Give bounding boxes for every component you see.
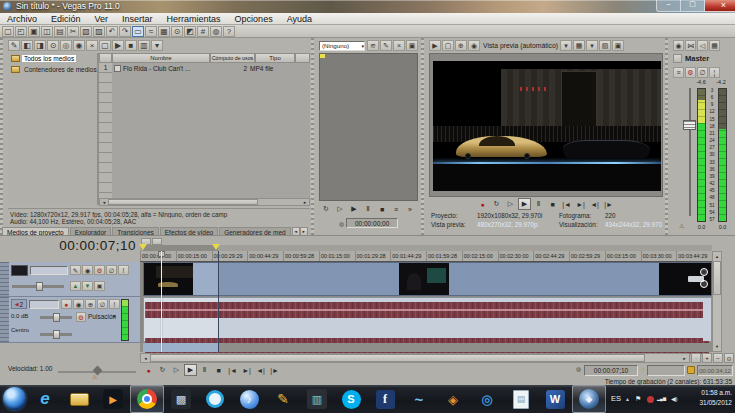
menu-item[interactable]: Edición xyxy=(44,14,88,24)
preview-quality-label[interactable]: Vista previa (automático) xyxy=(483,42,558,49)
zoom-tool-button[interactable]: ⊙ xyxy=(724,353,734,363)
tray-volume-icon[interactable]: ◀) xyxy=(671,385,678,413)
auto-crossfade-button[interactable]: ▲ xyxy=(70,281,81,291)
menu-item[interactable]: Herramientas xyxy=(160,14,228,24)
menu-item[interactable]: Opciones xyxy=(228,14,280,24)
close-media-button[interactable]: × xyxy=(393,40,405,51)
start-button[interactable] xyxy=(3,387,26,410)
taskbar-media-player-classic-button[interactable]: ▩ xyxy=(164,385,198,413)
preview-video-frame[interactable] xyxy=(433,61,661,191)
menu-item[interactable]: Ver xyxy=(88,14,116,24)
tray-clock[interactable]: 01:58 a.m. 31/05/2012 xyxy=(683,388,732,408)
loop-playback-button[interactable]: ↻ xyxy=(320,203,333,215)
taskbar-vegas-pro-button[interactable]: ◆ xyxy=(572,385,606,413)
taskbar-itunes-button[interactable]: ♪ xyxy=(232,385,266,413)
taskbar-windows-explorer-button[interactable] xyxy=(62,385,96,413)
loop-playback-button[interactable]: ↻ xyxy=(156,364,169,376)
record-button[interactable]: ● xyxy=(142,364,155,376)
mute-track-button[interactable]: ∅ xyxy=(106,265,117,275)
master-fader-handle[interactable] xyxy=(683,120,696,130)
monitor-button[interactable]: ▣ xyxy=(406,40,418,51)
event-crop-handle-icon[interactable] xyxy=(700,280,708,288)
scroll-left-arrow[interactable]: ◄ xyxy=(100,200,108,205)
loop-end-marker[interactable] xyxy=(212,244,220,250)
maximize-button[interactable]: ▢ xyxy=(681,0,705,12)
invert-phase-button[interactable]: ◉ xyxy=(73,299,84,309)
clip-warning-icon[interactable]: ⚠ xyxy=(679,222,684,229)
master-fx-button[interactable]: ⚙ xyxy=(685,67,696,78)
play-button[interactable]: ▶ xyxy=(348,203,361,215)
slider-handle[interactable] xyxy=(36,282,43,291)
video-output-fx-button[interactable]: ▶ xyxy=(429,40,441,51)
go-to-end-button[interactable]: ►| xyxy=(574,198,587,210)
pause-button[interactable]: Ⅱ xyxy=(362,203,375,215)
previous-frame-button[interactable]: ◄| xyxy=(588,198,601,210)
taskbar-internet-explorer-button[interactable]: e xyxy=(28,385,62,413)
tray-language-indicator[interactable]: ES xyxy=(608,385,624,413)
stop-button[interactable]: ■ xyxy=(212,364,225,376)
taskbar-chrome-button[interactable] xyxy=(130,385,164,413)
cd-layout-button[interactable] xyxy=(152,238,162,245)
taskbar-notepad-button[interactable]: ▤ xyxy=(504,385,538,413)
media-fx-button[interactable]: ◧ xyxy=(21,40,33,51)
capture-video-button[interactable]: ⊙ xyxy=(47,40,59,51)
save-button[interactable]: ▣ xyxy=(28,26,40,37)
video-track-header[interactable]: ✎◉⚙∅! ▲ ▼ ▣ xyxy=(0,262,140,297)
compositing-mode-button[interactable]: ▣ xyxy=(94,281,105,291)
slider-handle[interactable] xyxy=(53,330,60,339)
search-media-button[interactable]: ◉ xyxy=(73,40,85,51)
zoom-in-button[interactable]: + xyxy=(702,353,712,363)
timeline-empty-area[interactable] xyxy=(140,343,712,352)
insert-fx-button[interactable]: ≡ xyxy=(673,67,684,78)
views-button[interactable]: ▥ xyxy=(138,40,150,51)
overlay-dropdown-arrow-icon[interactable]: ▾ xyxy=(586,40,598,51)
previous-frame-button[interactable]: ◄| xyxy=(254,364,267,376)
external-monitor-button[interactable]: ▢ xyxy=(442,40,454,51)
hscroll-left-arrow[interactable]: ◄ xyxy=(141,356,150,361)
media-bin-item[interactable]: Contenedores de medios xyxy=(8,64,97,75)
taskbar-movie-maker-button[interactable]: ▥ xyxy=(300,385,334,413)
scroll-right-arrow[interactable]: ► xyxy=(301,200,309,205)
downmix-output-button[interactable]: ◉ xyxy=(673,40,684,51)
column-header-usos[interactable]: Cómputo de usos xyxy=(210,53,255,63)
media-bin-item[interactable]: Todos los medios xyxy=(8,53,97,64)
column-header-nombre[interactable]: Nombre xyxy=(112,53,210,63)
next-frame-button[interactable]: |► xyxy=(602,198,615,210)
mixer-layout-button[interactable]: ▦ xyxy=(709,40,720,51)
mute-output-button[interactable]: ◁ xyxy=(697,40,708,51)
column-header-tipo[interactable]: Tipo xyxy=(255,53,295,63)
track-fx-button[interactable]: ⚙ xyxy=(94,265,105,275)
trimmer-plugin-dropdown[interactable]: (Ninguno) ▾ xyxy=(319,41,365,51)
mode-dropdown-arrow[interactable]: ▾ xyxy=(113,313,116,319)
row-number-header[interactable] xyxy=(99,53,112,63)
stop-button[interactable]: ■ xyxy=(546,198,559,210)
copy-button[interactable]: ▧ xyxy=(80,26,92,37)
project-properties-button[interactable]: ▤ xyxy=(54,26,66,37)
redo-button[interactable]: ↷ xyxy=(119,26,131,37)
quality-swatch-button[interactable]: ◉ xyxy=(468,40,480,51)
taskbar-word-button[interactable]: W xyxy=(538,385,572,413)
pause-button[interactable]: Ⅱ xyxy=(198,364,211,376)
record-button[interactable]: ● xyxy=(476,198,489,210)
track-name-field[interactable] xyxy=(29,300,59,309)
normal-edit-tool-button[interactable]: ▭ xyxy=(132,26,144,37)
save-snapshot-button[interactable]: ▣ xyxy=(612,40,624,51)
dropdown-arrow-icon[interactable]: ▾ xyxy=(560,40,572,51)
options-button[interactable]: ≡ xyxy=(390,203,403,215)
master-grip[interactable] xyxy=(665,38,670,235)
taskbar-messenger-button[interactable]: ~ xyxy=(402,385,436,413)
close-button[interactable]: × xyxy=(705,0,735,12)
help-button[interactable]: ? xyxy=(223,26,235,37)
trimmer-display[interactable] xyxy=(319,53,418,201)
track-name-field[interactable] xyxy=(30,266,68,275)
open-button[interactable]: ◰ xyxy=(15,26,27,37)
trimmer-timecode[interactable]: 00:00:00;00 xyxy=(346,218,398,228)
taskbar-quicktime-button[interactable]: Q xyxy=(198,385,232,413)
tray-alert-icon[interactable] xyxy=(647,396,654,403)
new-bin-button[interactable]: ▢ xyxy=(99,40,111,51)
trimmer-button[interactable]: ◩ xyxy=(184,26,196,37)
time-ruler[interactable]: 00:00:00:0000:00:15:0000:00:29:2900:00:4… xyxy=(140,251,712,262)
snapping-button[interactable]: # xyxy=(197,26,209,37)
menu-item[interactable]: Insertar xyxy=(115,14,160,24)
loop-playback-button[interactable]: ↻ xyxy=(490,198,503,210)
